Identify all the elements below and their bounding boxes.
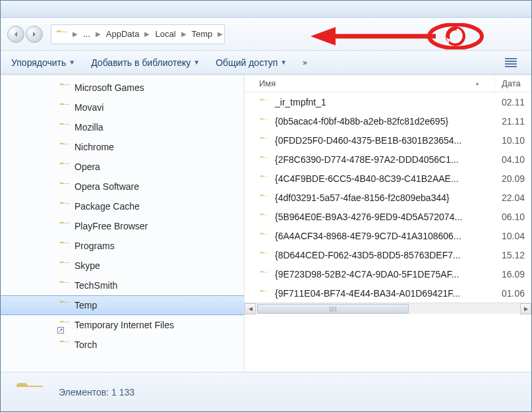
tree-item[interactable]: Microsoft Games <box>1 78 244 98</box>
address-bar: ▶ ...▶ AppData▶ Local▶ Temp▶ <box>1 18 531 51</box>
chevron-down-icon: ▼ <box>193 59 200 66</box>
folder-icon <box>259 212 270 222</box>
list-item[interactable]: {0FDD25F0-D460-4375-BE1B-6301B23654...10… <box>245 131 531 150</box>
tree-item[interactable]: PlayFree Browser <box>1 216 244 236</box>
file-name: {4C4F9BDE-6CC5-4B40-8C39-C41B2AAE... <box>275 173 459 184</box>
svg-rect-5 <box>505 58 517 59</box>
list-item[interactable]: {9E723D98-52B2-4C7A-9DA0-5F1DE75AF...16.… <box>245 264 531 283</box>
folder-icon <box>59 180 71 194</box>
file-name: {4df03291-5a57-4fae-8156-f2c809eba344} <box>275 192 450 203</box>
list-item[interactable]: {4df03291-5a57-4fae-8156-f2c809eba344}22… <box>245 188 531 207</box>
tree-item[interactable]: Programs <box>1 236 244 256</box>
scroll-track[interactable] <box>256 304 520 314</box>
chevron-right-icon[interactable]: ▶ <box>180 30 188 38</box>
add-library-label: Добавить в библиотеку <box>91 57 191 68</box>
forward-button[interactable] <box>26 26 43 43</box>
svg-point-3 <box>448 28 463 44</box>
column-date-label: Дата <box>502 78 521 88</box>
list-item[interactable]: {5B964E0E-B9A3-4276-9ED9-4D5A572074...06… <box>245 207 531 226</box>
tree-item[interactable]: Temp <box>1 295 244 315</box>
view-options-button[interactable] <box>501 55 521 71</box>
svg-rect-6 <box>505 61 517 62</box>
file-name: {0b5acac4-f0bf-4b8b-a2eb-82fc81d2e695} <box>275 116 448 127</box>
nav-buttons <box>7 26 43 43</box>
elements-label: Элементов: <box>59 387 109 397</box>
file-date: 20.09 <box>495 173 531 184</box>
add-to-library-button[interactable]: Добавить в библиотеку ▼ <box>91 57 200 68</box>
chevron-right-icon[interactable]: ▶ <box>143 30 151 38</box>
list-item[interactable]: {2F8C6390-D774-478E-97A2-DDD4056C1...04.… <box>245 150 531 169</box>
tree-item[interactable]: TechSmith <box>1 276 244 295</box>
tree-item-label: Temporary Internet Files <box>74 320 174 330</box>
file-date: 21.11 <box>495 116 531 127</box>
arrow-left-icon <box>13 31 19 38</box>
folder-icon <box>259 116 270 127</box>
chevron-right-icon[interactable]: ▶ <box>71 30 79 38</box>
breadcrumb-segment[interactable]: Local <box>151 29 179 39</box>
breadcrumb-segment[interactable]: ... <box>79 29 94 39</box>
file-date: 10.10 <box>495 135 531 146</box>
annotation-arrow-eye <box>310 23 508 49</box>
list-item[interactable]: _ir_tmpfnt_102.11 <box>245 92 531 111</box>
share-button[interactable]: Общий доступ ▼ <box>216 57 287 68</box>
folder-icon <box>59 81 71 95</box>
breadcrumb-segment[interactable]: AppData <box>102 29 144 39</box>
tree-item[interactable]: Opera <box>1 157 244 177</box>
scroll-right-button[interactable]: ▶ <box>520 303 531 314</box>
file-name: _ir_tmpfnt_1 <box>275 97 326 107</box>
organize-button[interactable]: Упорядочить ▼ <box>11 57 75 68</box>
scroll-left-button[interactable]: ◀ <box>245 303 256 314</box>
tree-item[interactable]: Mozilla <box>1 117 244 137</box>
file-date: 02.11 <box>495 97 531 107</box>
back-button[interactable] <box>7 26 24 43</box>
toolbar: Упорядочить ▼ Добавить в библиотеку ▼ Об… <box>1 51 531 74</box>
list-item[interactable]: {9F711E04-BF74-4E44-BA34-A01D69421F...01… <box>245 283 531 303</box>
breadcrumb-path[interactable]: ▶ ...▶ AppData▶ Local▶ Temp▶ <box>51 24 225 44</box>
elements-count: 1 133 <box>111 387 134 397</box>
file-name: {6A4ACF34-8968-4E79-9C7D-41A3108606... <box>275 231 461 241</box>
folder-icon <box>259 97 270 107</box>
folder-icon <box>55 28 69 41</box>
folder-icon <box>59 200 71 214</box>
tree-item-label: TechSmith <box>74 280 117 291</box>
file-date: 01.06 <box>495 288 531 299</box>
column-header-date[interactable]: Дата <box>495 75 531 92</box>
folder-icon <box>259 288 270 299</box>
tree-item-label: PlayFree Browser <box>74 221 148 231</box>
file-list[interactable]: Имя ▲ Дата _ir_tmpfnt_102.11{0b5acac4-f0… <box>245 75 531 372</box>
folder-icon <box>59 101 71 115</box>
breadcrumb-segment[interactable]: Temp <box>188 29 217 39</box>
tree-item[interactable]: Temporary Internet Files <box>1 315 244 335</box>
scroll-thumb[interactable] <box>257 304 409 314</box>
tree-item-label: Skype <box>74 260 100 271</box>
tree-item-label: Mozilla <box>74 122 103 132</box>
chevron-right-icon[interactable]: ▶ <box>94 30 102 38</box>
tree-item[interactable]: Movavi <box>1 98 244 117</box>
folder-icon <box>59 279 71 293</box>
file-name: {9E723D98-52B2-4C7A-9DA0-5F1DE75AF... <box>275 269 459 280</box>
overflow-button[interactable]: » <box>303 58 307 67</box>
column-header-name[interactable]: Имя ▲ <box>245 75 495 92</box>
tree-item[interactable]: Nichrome <box>1 137 244 157</box>
folder-icon <box>259 173 270 184</box>
tree-item-label: Movavi <box>74 102 103 113</box>
file-date: 16.09 <box>495 269 531 280</box>
file-name: {8D644CED-F062-43D5-8DD5-85763DEF7... <box>275 250 461 260</box>
list-item[interactable]: {0b5acac4-f0bf-4b8b-a2eb-82fc81d2e695}21… <box>245 111 531 131</box>
list-item[interactable]: {8D644CED-F062-43D5-8DD5-85763DEF7...15.… <box>245 245 531 264</box>
horizontal-scrollbar[interactable]: ◀ ▶ <box>245 303 531 314</box>
tree-item[interactable]: Opera Software <box>1 177 244 196</box>
column-headers: Имя ▲ Дата <box>245 75 531 92</box>
chevron-down-icon: ▼ <box>69 59 75 66</box>
list-item[interactable]: {6A4ACF34-8968-4E79-9C7D-41A3108606...10… <box>245 226 531 245</box>
folder-shortcut-icon <box>59 318 71 332</box>
tree-item[interactable]: Package Cache <box>1 196 244 216</box>
tree-item[interactable]: Skype <box>1 256 244 276</box>
list-item[interactable]: {4C4F9BDE-6CC5-4B40-8C39-C41B2AAE...20.0… <box>245 169 531 188</box>
tree-item[interactable]: Torch <box>1 335 244 355</box>
file-date: 22.04 <box>495 192 531 203</box>
folder-icon <box>259 154 270 165</box>
chevron-right-icon[interactable]: ▶ <box>216 30 224 38</box>
folder-icon <box>259 192 270 203</box>
folder-tree[interactable]: Microsoft GamesMovaviMozillaNichromeOper… <box>1 75 245 372</box>
